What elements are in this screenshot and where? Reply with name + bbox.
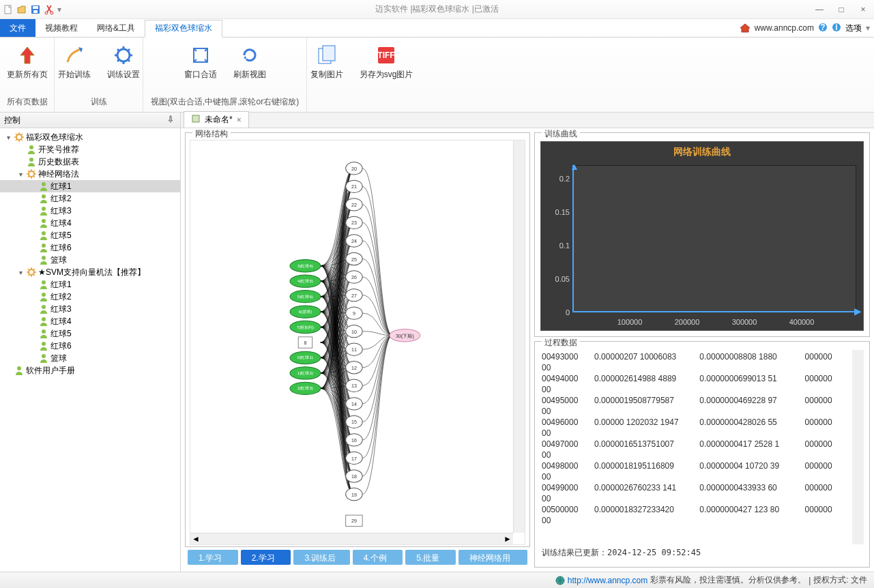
tree-node[interactable]: 篮球 — [0, 254, 180, 266]
fit-window-button[interactable]: 窗口合适 — [181, 43, 220, 82]
bottom-tab[interactable]: 1.学习样本 — [188, 550, 238, 565]
tree-node[interactable]: 开奖号推荐 — [0, 143, 180, 156]
bottom-tab[interactable]: 5.批量计算 — [405, 550, 456, 565]
bottom-tab[interactable]: 2.学习训练 — [241, 550, 291, 565]
tree-node[interactable]: 红球5 — [0, 229, 180, 241]
refresh-all-button[interactable]: 更新所有页 — [4, 43, 50, 82]
home-icon[interactable] — [740, 23, 751, 33]
refresh-view-button[interactable]: 刷新视图 — [231, 43, 269, 82]
neural-diagram: 20212223242526279101112131415161718193(红… — [190, 141, 525, 544]
svg-text:30(下期): 30(下期) — [396, 334, 414, 339]
tree-node[interactable]: 红球4 — [0, 217, 180, 229]
network-canvas[interactable]: 20212223242526279101112131415161718193(红… — [190, 140, 525, 545]
svg-text:14: 14 — [351, 402, 357, 407]
svg-text:4(红球5): 4(红球5) — [297, 278, 313, 283]
svg-rect-0 — [5, 5, 11, 14]
save-svg-button[interactable]: TIFF 另存为svg图片 — [357, 43, 416, 82]
svg-text:13: 13 — [351, 383, 357, 389]
info-icon[interactable]: i — [832, 23, 841, 34]
tree-node[interactable]: ▾★SVM支持向量机法【推荐】 — [0, 266, 180, 278]
tree-node[interactable]: 红球6 — [0, 241, 180, 254]
svg-text:22: 22 — [351, 203, 357, 208]
svg-text:10: 10 — [351, 329, 357, 335]
doc-tab[interactable]: 未命名* × — [184, 111, 249, 128]
svg-text:12: 12 — [351, 366, 357, 371]
svg-point-21 — [42, 194, 46, 199]
svg-point-24 — [42, 231, 46, 235]
scrollbar-vertical[interactable] — [513, 141, 525, 533]
svg-text:i: i — [835, 23, 837, 32]
tree-node[interactable]: 红球2 — [0, 192, 180, 205]
tree-node[interactable]: 篮球 — [0, 352, 180, 364]
svg-point-27 — [29, 269, 34, 275]
tab-file[interactable]: 文件 — [0, 19, 35, 37]
tree-node[interactable]: 红球3 — [0, 205, 180, 217]
copy-image-button[interactable]: 复制图片 — [308, 43, 346, 82]
sidebar: 控制 ▾福彩双色球缩水开奖号推荐历史数据表▾神经网络法红球1红球2红球3红球4红… — [0, 113, 181, 572]
svg-text:19: 19 — [351, 493, 357, 498]
tree-node[interactable]: 软件用户手册 — [0, 364, 180, 377]
svg-text:20: 20 — [351, 166, 357, 172]
tree-node[interactable]: 红球1 — [0, 278, 180, 291]
process-panel: 过程数据 004930000.00000207 100060830.000000… — [534, 341, 870, 568]
process-status: 训练结果已更新：2024-12-25 09:52:45 — [540, 544, 864, 561]
svg-text:16: 16 — [351, 438, 357, 443]
website-link[interactable]: www.anncp.com — [755, 23, 814, 33]
process-data[interactable]: 004930000.00000207 100060830.00000008808… — [540, 350, 864, 544]
svg-text:2(红球3): 2(红球3) — [297, 385, 313, 390]
content: 未命名* × 网络结构 2021222324252627910111213141… — [181, 113, 874, 572]
minimize-button[interactable]: — — [811, 3, 828, 16]
tree-node[interactable]: ▾神经网络法 — [0, 168, 180, 180]
tab-video[interactable]: 视频教程 — [35, 19, 87, 37]
window-controls: — □ × — [811, 3, 871, 16]
tree-node[interactable]: 红球5 — [0, 327, 180, 340]
tree-node[interactable]: 红球6 — [0, 340, 180, 352]
open-icon[interactable] — [16, 4, 27, 15]
svg-text:9: 9 — [353, 311, 355, 317]
save-icon[interactable] — [30, 4, 41, 15]
train-settings-button[interactable]: 训练设置 — [104, 43, 143, 82]
tree-node[interactable]: 红球4 — [0, 315, 180, 327]
maximize-button[interactable]: □ — [833, 3, 849, 16]
svg-point-31 — [42, 317, 46, 321]
tab-network-tools[interactable]: 网络&工具 — [87, 19, 145, 37]
new-icon[interactable] — [3, 4, 14, 15]
cut-icon[interactable] — [44, 4, 55, 15]
close-button[interactable]: × — [855, 3, 871, 16]
svg-rect-2 — [33, 6, 38, 9]
scrollbar-horizontal[interactable]: ◄► — [190, 533, 513, 544]
svg-point-33 — [42, 342, 46, 346]
svg-rect-3 — [33, 10, 38, 13]
options-link[interactable]: 选项 — [845, 23, 862, 34]
svg-text:TIFF: TIFF — [377, 50, 394, 60]
footer-url[interactable]: http://www.anncp.com — [568, 576, 647, 585]
pin-icon[interactable] — [166, 115, 176, 125]
globe-icon — [555, 576, 565, 585]
svg-point-22 — [42, 207, 46, 211]
tree-node[interactable]: 红球1 — [0, 180, 180, 192]
bottom-tabs: 1.学习样本2.学习训练3.训练后结果4.个例计算5.批量计算神经网络用户手册 — [185, 547, 530, 568]
bottom-tab[interactable]: 3.训练后结果 — [293, 550, 349, 565]
svg-point-28 — [42, 280, 46, 284]
close-tab-icon[interactable]: × — [237, 115, 242, 125]
svg-point-19 — [29, 171, 34, 177]
tree-view[interactable]: ▾福彩双色球缩水开奖号推荐历史数据表▾神经网络法红球1红球2红球3红球4红球5红… — [0, 128, 180, 572]
start-train-button[interactable]: 开始训练 — [55, 43, 93, 82]
tree-node[interactable]: 红球2 — [0, 291, 180, 303]
chart-panel: 训练曲线 网络训练曲线 ▲ ▶ 00.050.10.150.2100000200… — [534, 132, 870, 337]
tab-lottery[interactable]: 福彩双色球缩水 — [145, 20, 222, 38]
tree-node[interactable]: 历史数据表 — [0, 156, 180, 168]
svg-text:5(红球6): 5(红球6) — [297, 294, 313, 299]
bottom-tab[interactable]: 4.个例计算 — [353, 550, 403, 565]
tree-node[interactable]: ▾福彩双色球缩水 — [0, 131, 180, 143]
svg-text:17: 17 — [351, 456, 357, 462]
svg-point-16 — [16, 134, 22, 140]
svg-text:27: 27 — [351, 293, 357, 299]
svg-text:?: ? — [820, 23, 825, 32]
tree-node[interactable]: 红球3 — [0, 303, 180, 315]
titlebar: ▾ 迈实软件 |福彩双色球缩水 |已激活 — □ × — [0, 0, 874, 19]
svg-text:15: 15 — [351, 420, 357, 425]
main-area: 控制 ▾福彩双色球缩水开奖号推荐历史数据表▾神经网络法红球1红球2红球3红球4红… — [0, 113, 874, 572]
help-icon[interactable]: ? — [818, 23, 828, 34]
bottom-tab[interactable]: 神经网络用户手册 — [458, 550, 527, 565]
